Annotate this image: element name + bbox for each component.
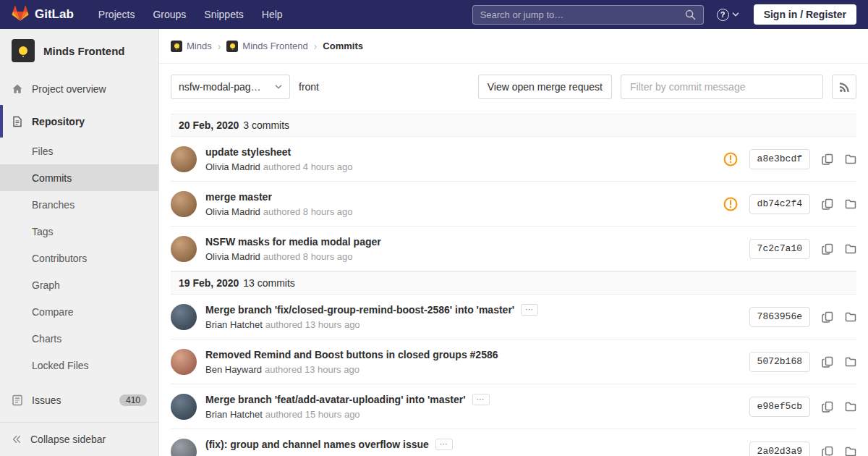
sidebar-item-project-overview[interactable]: Project overview <box>0 72 158 105</box>
commit-title-link[interactable]: (fix): group and channel names overflow … <box>205 439 429 450</box>
top-navbar: GitLab ProjectsGroupsSnippetsHelp ? Sign… <box>0 0 868 29</box>
nav-item-projects[interactable]: Projects <box>98 9 135 20</box>
copy-sha-button[interactable] <box>822 401 833 413</box>
nav-item-help[interactable]: Help <box>262 9 283 20</box>
branch-selector-dropdown[interactable]: nsfw-modal-pag… <box>171 75 290 99</box>
chevron-right-icon: › <box>314 41 318 52</box>
commit-author-link[interactable]: Brian Hatchet <box>205 409 263 420</box>
copy-sha-button[interactable] <box>822 311 833 323</box>
gitlab-home-link[interactable]: GitLab <box>12 5 74 24</box>
nav-item-groups[interactable]: Groups <box>153 9 186 20</box>
sidebar-item-repository[interactable]: Repository <box>0 105 158 138</box>
ellipsis-icon: ⋯ <box>477 394 485 404</box>
toggle-commit-description-button[interactable]: ⋯ <box>521 304 538 316</box>
breadcrumb-item-minds-frontend[interactable]: Minds Frontend <box>226 41 307 52</box>
global-search[interactable] <box>472 5 704 25</box>
commit-author-link[interactable]: Brian Hatchet <box>205 319 263 330</box>
folder-icon <box>845 153 856 165</box>
browse-files-button[interactable] <box>845 401 856 413</box>
commit-actions: e98ef5cb <box>749 397 856 417</box>
search-input[interactable] <box>480 9 685 20</box>
pipeline-failed-icon[interactable] <box>723 152 738 166</box>
sidebar-item-issues[interactable]: Issues 410 <box>0 386 158 415</box>
sidebar-subitem-graph[interactable]: Graph <box>0 271 158 298</box>
commit-list: 20 Feb, 20203 commits update stylesheet … <box>159 114 868 456</box>
commit-title-link[interactable]: Merge branch 'feat/add-avatar-uploading'… <box>205 394 466 405</box>
copy-sha-button[interactable] <box>822 243 833 255</box>
sign-in-button[interactable]: Sign in / Register <box>754 4 856 25</box>
sidebar-subitem-branches[interactable]: Branches <box>0 191 158 218</box>
double-chevron-left-icon <box>12 434 22 444</box>
sidebar-subitem-commits[interactable]: Commits <box>0 164 158 191</box>
sidebar-subitem-charts[interactable]: Charts <box>0 325 158 352</box>
sidebar-subitem-locked-files[interactable]: Locked Files <box>0 352 158 379</box>
home-icon <box>12 83 23 95</box>
commit-authored-time: authored 15 hours ago <box>265 409 360 420</box>
commit-title-link[interactable]: Merge branch 'fix/closed-group-remind-bo… <box>205 304 514 316</box>
pipeline-failed-icon[interactable] <box>723 197 738 211</box>
commit-author-link[interactable]: Olivia Madrid <box>205 161 260 172</box>
help-menu[interactable]: ? <box>717 9 739 21</box>
browse-files-button[interactable] <box>845 153 856 165</box>
commit-sha-link[interactable]: a8e3bcdf <box>749 149 810 169</box>
nav-item-snippets[interactable]: Snippets <box>204 9 243 20</box>
author-avatar[interactable] <box>171 349 197 375</box>
commit-title-link[interactable]: Removed Remind and Boost buttons in clos… <box>205 349 498 360</box>
brand-text: GitLab <box>35 7 74 22</box>
folder-icon <box>845 243 856 255</box>
branch-selected-value: nsfw-modal-pag… <box>179 81 271 93</box>
copy-sha-button[interactable] <box>822 356 833 368</box>
chevron-right-icon: › <box>218 41 221 52</box>
sidebar-item-label: Issues <box>32 394 61 406</box>
author-avatar[interactable] <box>171 439 197 456</box>
navbar-menu: ProjectsGroupsSnippetsHelp <box>98 9 283 20</box>
author-avatar[interactable] <box>171 394 197 420</box>
sidebar-subitem-tags[interactable]: Tags <box>0 218 158 245</box>
browse-files-button[interactable] <box>845 446 856 456</box>
commit-sha-link[interactable]: 2a02d3a9 <box>749 442 810 456</box>
sidebar-item-label: Project overview <box>32 83 106 95</box>
gitlab-tanuki-icon <box>12 5 29 24</box>
collapse-sidebar-button[interactable]: Collapse sidebar <box>0 422 158 456</box>
author-avatar[interactable] <box>171 191 197 217</box>
commit-sha-link[interactable]: 7863956e <box>749 307 810 327</box>
copy-icon <box>822 198 833 210</box>
breadcrumb-current-label: Commits <box>323 41 363 51</box>
commit-sha-link[interactable]: 7c2c7a10 <box>749 239 810 259</box>
gitlab-window: GitLab ProjectsGroupsSnippetsHelp ? Sign… <box>0 0 868 456</box>
folder-icon <box>845 401 856 413</box>
project-avatar-small <box>226 41 238 52</box>
breadcrumb-item-minds[interactable]: Minds <box>171 41 212 52</box>
lightbulb-icon <box>230 43 235 48</box>
browse-files-button[interactable] <box>845 243 856 255</box>
commits-feed-button[interactable] <box>832 75 856 99</box>
commit-author-link[interactable]: Olivia Madrid <box>205 206 260 217</box>
browse-files-button[interactable] <box>845 356 856 368</box>
commit-filter-input[interactable] <box>621 75 823 99</box>
view-open-merge-request-button[interactable]: View open merge request <box>478 75 612 99</box>
commit-title-link[interactable]: update stylesheet <box>205 146 291 158</box>
commit-sha-link[interactable]: e98ef5cb <box>749 397 810 417</box>
toggle-commit-description-button[interactable]: ⋯ <box>435 439 453 450</box>
commit-author-link[interactable]: Ben Hayward <box>205 364 262 375</box>
sidebar-subitem-compare[interactable]: Compare <box>0 298 158 325</box>
toggle-commit-description-button[interactable]: ⋯ <box>472 394 490 405</box>
browse-files-button[interactable] <box>845 311 856 323</box>
commit-title-link[interactable]: merge master <box>205 191 272 203</box>
copy-sha-button[interactable] <box>822 153 833 165</box>
commit-title-link[interactable]: NSFW masks for media modal pager <box>205 236 381 248</box>
author-avatar[interactable] <box>171 146 197 172</box>
commit-author-link[interactable]: Olivia Madrid <box>205 251 260 262</box>
sidebar-subitem-contributors[interactable]: Contributors <box>0 245 158 271</box>
commit-sha-link[interactable]: db74c2f4 <box>749 194 810 214</box>
commit-sha-link[interactable]: 5072b168 <box>749 352 810 372</box>
copy-icon <box>822 243 833 255</box>
project-name: Minds Frontend <box>43 45 125 57</box>
author-avatar[interactable] <box>171 236 197 262</box>
author-avatar[interactable] <box>171 304 197 330</box>
project-header-link[interactable]: Minds Frontend <box>0 29 158 72</box>
copy-sha-button[interactable] <box>822 446 833 456</box>
copy-sha-button[interactable] <box>822 198 833 210</box>
sidebar-subitem-files[interactable]: Files <box>0 138 158 164</box>
browse-files-button[interactable] <box>845 198 856 210</box>
